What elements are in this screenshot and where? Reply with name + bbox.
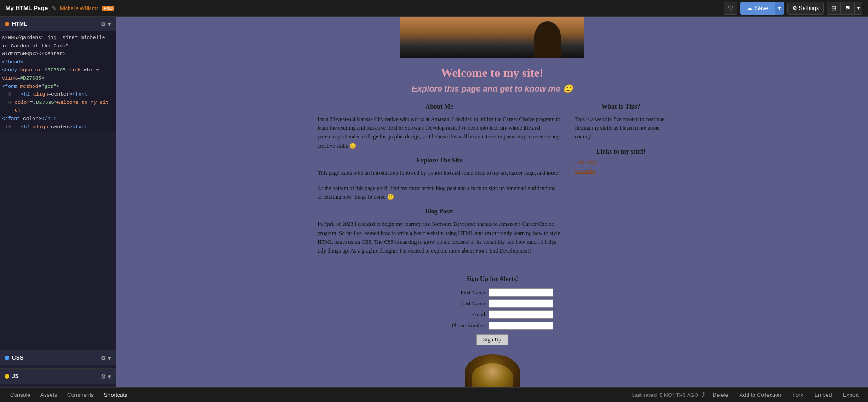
- username: Michelle Williams: [60, 6, 98, 11]
- js-label: JS: [12, 373, 19, 379]
- page-content: Welcome to my site! Explore this page an…: [116, 17, 868, 387]
- css-label: CSS: [12, 355, 23, 361]
- assets-tab[interactable]: Assets: [36, 390, 62, 400]
- last-name-input[interactable]: [489, 299, 553, 308]
- email-row: Email:: [400, 310, 584, 319]
- save-dropdown-button[interactable]: ▾: [775, 2, 784, 15]
- embed-button[interactable]: Embed: [811, 391, 835, 400]
- css-dot: [5, 356, 9, 360]
- linkedin-link[interactable]: LinkedIn: [575, 168, 667, 175]
- css-settings-button[interactable]: ⚙: [101, 355, 106, 362]
- export-button[interactable]: Export: [839, 391, 862, 400]
- bottom-image: [465, 354, 520, 387]
- preview-area: Welcome to my site! Explore this page an…: [116, 17, 868, 387]
- phone-input[interactable]: [489, 322, 553, 330]
- blog-title: Blog Posts: [318, 208, 561, 215]
- email-label: Email:: [432, 311, 487, 318]
- about-me-text: I'm a 28-year-old Kansas City native who…: [318, 115, 561, 150]
- code-line: <body bgcolor=#37306B link=white: [2, 66, 114, 75]
- css-collapse-button[interactable]: ▾: [108, 355, 111, 362]
- css-section: CSS ⚙ ▾: [0, 350, 116, 369]
- css-panel-controls: ⚙ ▾: [101, 355, 111, 362]
- email-input[interactable]: [489, 310, 553, 319]
- what-is-title: What Is This?: [575, 103, 667, 110]
- hero-image: [400, 17, 584, 58]
- js-settings-button[interactable]: ⚙: [101, 373, 106, 380]
- links-title: Links to my stuff!: [575, 148, 667, 155]
- js-collapse-button[interactable]: ▾: [108, 373, 111, 380]
- code-line: vlink=#D27685>: [2, 75, 114, 83]
- explore-title: Explore The Site: [318, 157, 561, 164]
- bottom-bar: Console Assets Comments Shortcuts Last s…: [0, 387, 868, 402]
- delete-button[interactable]: Delete: [709, 391, 732, 400]
- html-code-area[interactable]: s2005/gardens1.jpg site= michelle in Gar…: [0, 31, 116, 132]
- settings-button[interactable]: ⚙ Settings: [787, 2, 824, 15]
- favorite-button[interactable]: ♡: [724, 2, 737, 15]
- settings-icon: ⚙: [792, 5, 797, 11]
- explore-text1: This page starts with an introduction fo…: [318, 169, 561, 178]
- explore-text2: At the bottom of this page you'll find m…: [318, 184, 561, 201]
- pro-badge: PRO: [102, 6, 115, 11]
- js-panel-header: JS ⚙ ▾: [0, 369, 116, 384]
- welcome-subtitle: Explore this page and get to know me 🙂: [411, 84, 572, 94]
- code-line: 9color=#D27685>Welcome to my site!: [2, 99, 114, 115]
- fork-button[interactable]: Fork: [788, 391, 807, 400]
- save-cloud-icon: ☁: [747, 5, 753, 11]
- html-label: HTML: [12, 21, 27, 27]
- time-ago-text: 5 MONTHS AGO: [660, 392, 698, 398]
- html-section: HTML ⚙ ▾ s2005/gardens1.jpg site= michel…: [0, 17, 116, 350]
- code-line: in Garden of the Gods": [2, 42, 114, 51]
- save-button-group: ☁ Save ▾: [740, 2, 784, 15]
- signup-button[interactable]: Sign Up: [476, 334, 508, 345]
- code-line: 8 <h1 align=center><font: [2, 91, 114, 99]
- links-section: Links to my stuff! Etsy Shop LinkedIn: [575, 148, 667, 175]
- shortcuts-tab[interactable]: Shortcuts: [99, 390, 132, 400]
- js-section: JS ⚙ ▾: [0, 369, 116, 387]
- code-line: width=500px></center>: [2, 50, 114, 58]
- blog-text: In April of 2023 I decided to begin my j…: [318, 220, 561, 255]
- save-button[interactable]: ☁ Save: [740, 2, 775, 15]
- save-label: Save: [755, 5, 769, 11]
- last-name-label: Last Name:: [432, 300, 487, 307]
- html-dot: [5, 22, 9, 26]
- first-name-input[interactable]: [489, 288, 553, 297]
- code-line: s2005/gardens1.jpg site= michelle: [2, 34, 114, 42]
- code-line: <form method="get">: [2, 83, 114, 91]
- view-toggle-group: ⊞ ⚑ ▾: [827, 2, 862, 15]
- top-bar: My HTML Page ✎ Michelle Williams PRO ♡ ☁…: [0, 0, 868, 17]
- code-line: 10 <h2 align=center><font: [2, 123, 114, 132]
- html-settings-button[interactable]: ⚙: [101, 21, 106, 28]
- comments-tab[interactable]: Comments: [63, 390, 98, 400]
- flag-button[interactable]: ⚑: [840, 2, 854, 15]
- what-is-text: This is a website I've created to contin…: [575, 115, 667, 142]
- last-saved-label: Last saved 5 MONTHS AGO: [632, 392, 698, 398]
- main-area: HTML ⚙ ▾ s2005/gardens1.jpg site= michel…: [0, 17, 868, 387]
- layout-button[interactable]: ⊞: [827, 2, 840, 15]
- first-name-row: First Name:: [400, 288, 584, 297]
- last-saved-text: Last saved: [632, 392, 657, 398]
- css-header-left: CSS: [5, 355, 23, 361]
- side-column: What Is This? This is a website I've cre…: [575, 103, 667, 262]
- html-header-left: HTML: [5, 21, 27, 27]
- external-icon[interactable]: ⤴: [702, 391, 705, 398]
- blog-section: Blog Posts In April of 2023 I decided to…: [318, 208, 561, 255]
- view-dropdown-button[interactable]: ▾: [854, 2, 862, 15]
- html-panel-controls: ⚙ ▾: [101, 21, 111, 28]
- edit-icon[interactable]: ✎: [51, 5, 56, 11]
- etsy-link[interactable]: Etsy Shop: [575, 159, 667, 166]
- code-line: color=#9E4784>Explore this page: [2, 131, 114, 132]
- last-name-row: Last Name:: [400, 299, 584, 308]
- first-name-label: First Name:: [432, 289, 487, 296]
- explore-section: Explore The Site This page starts with a…: [318, 157, 561, 202]
- about-me-title: About Me: [318, 103, 561, 110]
- content-grid: About Me I'm a 28-year-old Kansas City n…: [318, 103, 667, 262]
- top-bar-left: My HTML Page ✎ Michelle Williams PRO: [6, 5, 114, 11]
- main-column: About Me I'm a 28-year-old Kansas City n…: [318, 103, 561, 262]
- signup-section: Sign Up for Alerts! First Name: Last Nam…: [400, 276, 584, 345]
- console-tab[interactable]: Console: [6, 390, 35, 400]
- html-collapse-button[interactable]: ▾: [108, 21, 111, 28]
- css-panel-header: CSS ⚙ ▾: [0, 350, 116, 365]
- hero-figure: [534, 21, 561, 58]
- left-panel: HTML ⚙ ▾ s2005/gardens1.jpg site= michel…: [0, 17, 116, 387]
- add-to-collection-button[interactable]: Add to Collection: [736, 391, 785, 400]
